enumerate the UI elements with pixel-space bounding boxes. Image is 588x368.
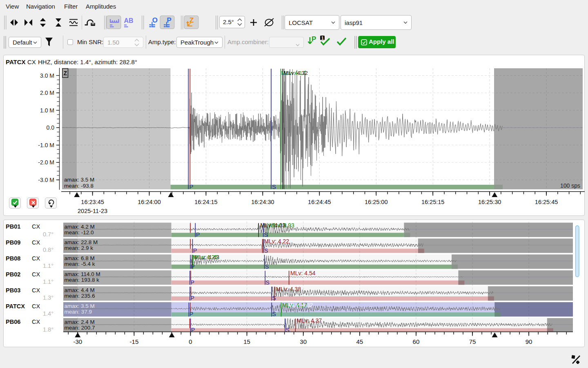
svg-text:1: 1 bbox=[321, 36, 324, 40]
svg-text:S: S bbox=[264, 247, 268, 254]
svg-text:CX: CX bbox=[32, 303, 40, 310]
svg-text:1.1°: 1.1° bbox=[43, 263, 53, 269]
svg-text:mean: -5.4 k: mean: -5.4 k bbox=[65, 261, 95, 267]
svg-text:16:25:30: 16:25:30 bbox=[478, 199, 501, 205]
svg-text:-3.0 M: -3.0 M bbox=[38, 177, 54, 183]
svg-text:CX: CX bbox=[32, 223, 40, 230]
svg-text:P: P bbox=[191, 263, 195, 270]
svg-text:PB06: PB06 bbox=[6, 319, 20, 325]
svg-text:S: S bbox=[266, 279, 270, 286]
svg-text:P: P bbox=[189, 311, 193, 317]
svg-text:mean: 235.6: mean: 235.6 bbox=[65, 293, 95, 299]
svg-text:16:24:15: 16:24:15 bbox=[194, 199, 217, 205]
svg-text:mean: 200.7: mean: 200.7 bbox=[65, 325, 95, 331]
svg-text:S: S bbox=[286, 327, 290, 333]
svg-text:-15: -15 bbox=[130, 338, 139, 345]
svg-text:S: S bbox=[272, 311, 276, 317]
svg-text:-30: -30 bbox=[73, 338, 82, 345]
svg-text:1.1°: 1.1° bbox=[43, 278, 53, 285]
svg-text:amax: 6.8 M: amax: 6.8 M bbox=[65, 255, 95, 261]
svg-text:0.8°: 0.8° bbox=[43, 247, 53, 253]
svg-text:-1.0 M: -1.0 M bbox=[38, 142, 54, 148]
svg-text:MLv: 4.22: MLv: 4.22 bbox=[264, 238, 290, 245]
svg-text:S: S bbox=[264, 231, 268, 238]
svg-text:amax: 3.5 M: amax: 3.5 M bbox=[65, 303, 95, 309]
svg-text:60: 60 bbox=[413, 338, 420, 345]
svg-text:CX: CX bbox=[32, 319, 40, 325]
svg-text:1.8°: 1.8° bbox=[43, 326, 53, 333]
svg-text:amax: 22.8 M: amax: 22.8 M bbox=[65, 239, 98, 245]
svg-text:P: P bbox=[191, 295, 194, 301]
svg-text:MLv: 4.54: MLv: 4.54 bbox=[290, 270, 316, 276]
svg-text:3.0 M: 3.0 M bbox=[40, 72, 54, 79]
svg-text:PB02: PB02 bbox=[6, 271, 20, 278]
svg-text:P: P bbox=[196, 231, 200, 238]
svg-text:MLv: 4.38: MLv: 4.38 bbox=[276, 286, 301, 292]
svg-text:45: 45 bbox=[356, 338, 363, 345]
svg-text:CX: CX bbox=[32, 255, 40, 262]
svg-text:mean: 2.9 k: mean: 2.9 k bbox=[65, 245, 94, 251]
svg-text:1.3°: 1.3° bbox=[43, 294, 53, 301]
svg-text:O: O bbox=[152, 16, 158, 24]
svg-text:Z: Z bbox=[64, 70, 67, 76]
svg-text:0: 0 bbox=[189, 338, 192, 345]
svg-text:16:23:45: 16:23:45 bbox=[81, 199, 104, 205]
svg-text:mean: 37.9: mean: 37.9 bbox=[65, 309, 92, 315]
svg-text:mean: -12.0: mean: -12.0 bbox=[65, 229, 94, 236]
svg-text:30: 30 bbox=[300, 338, 307, 345]
svg-text:PATCX: PATCX bbox=[6, 303, 25, 310]
svg-text:S: S bbox=[265, 263, 269, 270]
svg-text:P: P bbox=[193, 247, 197, 254]
svg-text:PB01: PB01 bbox=[6, 223, 20, 230]
svg-text:AB: AB bbox=[124, 17, 134, 24]
svg-text:CX: CX bbox=[32, 239, 40, 246]
svg-text:90: 90 bbox=[526, 338, 532, 345]
svg-text:CX: CX bbox=[27, 58, 36, 65]
svg-text:2025-11-23: 2025-11-23 bbox=[78, 208, 107, 214]
svg-text:amax: 3.5 M: amax: 3.5 M bbox=[64, 177, 94, 183]
svg-text:S: S bbox=[272, 183, 276, 190]
svg-text:HHZ, distance: 1.4°, azimuth:: HHZ, distance: 1.4°, azimuth: 282.8° bbox=[38, 58, 137, 65]
svg-text:75: 75 bbox=[469, 338, 476, 345]
svg-text:PATCX: PATCX bbox=[6, 58, 26, 65]
svg-text:PB08: PB08 bbox=[6, 255, 20, 262]
svg-text:P: P bbox=[167, 16, 172, 24]
svg-text:MLv: 3.93: MLv: 3.93 bbox=[269, 222, 294, 229]
svg-text:Z: Z bbox=[189, 16, 194, 24]
svg-text:CX: CX bbox=[32, 287, 40, 294]
svg-text:P: P bbox=[191, 279, 194, 286]
svg-text:16:24:00: 16:24:00 bbox=[138, 199, 160, 205]
svg-text:MLv: 4.25: MLv: 4.25 bbox=[193, 254, 218, 260]
svg-text:amax: 114.0 M: amax: 114.0 M bbox=[65, 271, 100, 277]
svg-text:16:25:45: 16:25:45 bbox=[535, 199, 558, 205]
svg-text:16:25:15: 16:25:15 bbox=[421, 199, 444, 205]
svg-text:MLv: 4.32: MLv: 4.32 bbox=[288, 302, 313, 308]
svg-text:amax: 4.2 M: amax: 4.2 M bbox=[65, 224, 95, 230]
svg-text:16:25:00: 16:25:00 bbox=[365, 199, 388, 205]
svg-text:amax: 2.4 M: amax: 2.4 M bbox=[65, 319, 95, 325]
svg-text:PB03: PB03 bbox=[6, 287, 20, 294]
svg-text:15: 15 bbox=[243, 338, 250, 345]
svg-text:P: P bbox=[191, 327, 195, 333]
svg-text:amax: 4.4 M: amax: 4.4 M bbox=[65, 287, 95, 293]
svg-text:2.0 M: 2.0 M bbox=[40, 90, 54, 96]
svg-text:mean: 193.8 k: mean: 193.8 k bbox=[65, 277, 100, 283]
svg-text:1.0 M: 1.0 M bbox=[40, 107, 54, 114]
svg-text:mean: -93.8: mean: -93.8 bbox=[64, 183, 94, 189]
svg-text:16:24:30: 16:24:30 bbox=[251, 199, 274, 205]
svg-text:100 sps: 100 sps bbox=[560, 182, 580, 189]
svg-text:P: P bbox=[189, 183, 194, 190]
svg-text:16:24:45: 16:24:45 bbox=[308, 199, 331, 205]
svg-text:-2.0 M: -2.0 M bbox=[38, 159, 54, 166]
svg-text:P: P bbox=[312, 35, 316, 43]
svg-text:MLv: 4.37: MLv: 4.37 bbox=[297, 317, 322, 324]
svg-text:PB09: PB09 bbox=[6, 239, 20, 246]
svg-text:0.0: 0.0 bbox=[47, 124, 55, 131]
svg-text:1.4°: 1.4° bbox=[43, 310, 53, 317]
svg-text:0.7°: 0.7° bbox=[43, 231, 53, 238]
svg-text:CX: CX bbox=[32, 271, 40, 278]
svg-text:MLv: 4.32: MLv: 4.32 bbox=[284, 70, 308, 76]
